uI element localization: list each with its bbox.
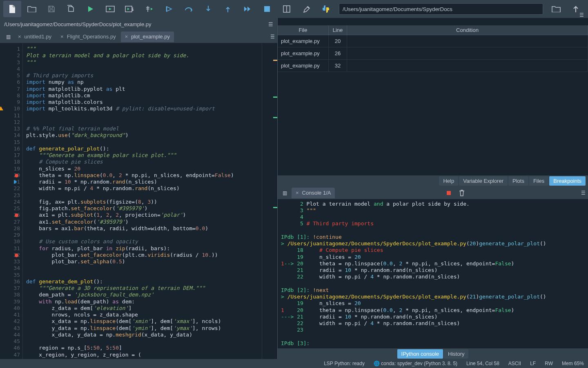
debug-step-over-button[interactable] xyxy=(180,1,198,17)
status-rw[interactable]: RW xyxy=(545,361,553,366)
code-editor[interactable]: 1234567891011121314151617181920212223242… xyxy=(0,43,277,359)
status-bar: LSP Python: ready 🌐 conda: spyder_dev (P… xyxy=(0,359,588,368)
maximize-pane-button[interactable] xyxy=(278,1,296,17)
status-env[interactable]: 🌐 conda: spyder_dev (Python 3. 8. 5) xyxy=(374,361,457,366)
debug-continue-button[interactable] xyxy=(238,1,256,17)
debug-stop-button[interactable] xyxy=(258,1,276,17)
breakpoints-body: plot_example.py20plot_example.py26plot_e… xyxy=(278,35,588,72)
tab-console-1a[interactable]: ×Console 1/A xyxy=(292,188,335,198)
file-switcher-icon[interactable]: ▥ xyxy=(2,34,14,40)
status-cursor[interactable]: Line 54, Col 58 xyxy=(466,361,499,366)
breakpoint-row[interactable]: plot_example.py32 xyxy=(278,60,588,72)
console-options-icon[interactable]: ☰ xyxy=(581,190,586,196)
run-button[interactable] xyxy=(82,1,100,17)
recording-icon xyxy=(447,191,451,195)
editor-file-path: /Users/juanitagomez/Documents/SpyderDocs… xyxy=(4,21,151,27)
editor-minimap[interactable] xyxy=(272,43,277,359)
col-file[interactable]: File xyxy=(278,25,329,35)
open-file-button[interactable] xyxy=(23,1,41,17)
editor-tab-strip: ▥ ×untitled1.py ×Flight_Operations.py ×p… xyxy=(0,30,277,43)
run-cell-button[interactable] xyxy=(101,1,119,17)
debug-step-out-button[interactable] xyxy=(219,1,237,17)
editor-pane: /Users/juanitagomez/Documents/SpyderDocs… xyxy=(0,18,278,359)
breakpoints-pane: ☰ File Line Condition plot_example.py20p… xyxy=(278,18,588,187)
preferences-button[interactable] xyxy=(297,1,315,17)
editor-path-bar: /Users/juanitagomez/Documents/SpyderDocs… xyxy=(0,18,277,30)
save-button[interactable] xyxy=(42,1,60,17)
breakpoint-row[interactable]: plot_example.py20 xyxy=(278,35,588,47)
close-icon[interactable]: × xyxy=(18,34,21,40)
console-tab-strip: ▥ ×Console 1/A ☰ xyxy=(278,187,588,199)
browse-dir-button[interactable] xyxy=(547,1,565,17)
run-selection-button[interactable] xyxy=(140,1,158,17)
status-eol[interactable]: LF xyxy=(530,361,536,366)
tab-untitled1[interactable]: ×untitled1.py xyxy=(14,31,56,42)
col-line[interactable]: Line xyxy=(329,25,347,35)
status-mem[interactable]: Mem 65% xyxy=(562,361,584,366)
tab-variable-explorer[interactable]: Variable Explorer xyxy=(459,176,508,186)
console-bottom-tabs: IPython console History xyxy=(278,348,588,359)
tab-ipython-console[interactable]: IPython console xyxy=(397,349,443,359)
python-path-button[interactable] xyxy=(317,1,335,17)
col-condition[interactable]: Condition xyxy=(347,25,588,35)
debug-step-into-button[interactable] xyxy=(199,1,217,17)
clear-console-button[interactable] xyxy=(459,190,465,196)
tab-plot-example[interactable]: ×plot_example.py xyxy=(121,31,174,42)
console-switcher-icon[interactable]: ▥ xyxy=(280,190,289,196)
tab-breakpoints[interactable]: Breakpoints xyxy=(549,176,586,186)
console-output[interactable]: 2 Plot a terrain model and a polar plot … xyxy=(278,199,588,349)
save-all-button[interactable] xyxy=(62,1,80,17)
close-icon[interactable]: × xyxy=(125,34,128,40)
breakpoints-header: File Line Condition xyxy=(278,25,588,35)
tab-history[interactable]: History xyxy=(444,349,468,359)
editor-gutter[interactable]: 1234567891011121314151617181920212223242… xyxy=(0,43,23,359)
right-pane-tabs: Help Variable Explorer Plots Files Break… xyxy=(278,175,588,187)
close-icon[interactable]: × xyxy=(60,34,64,40)
run-cell-advance-button[interactable] xyxy=(121,1,139,17)
tab-options-icon[interactable]: ☰ xyxy=(270,34,275,40)
svg-rect-2 xyxy=(264,6,270,12)
console-pane: ▥ ×Console 1/A ☰ 2 Plot a terrain model … xyxy=(278,187,588,359)
editor-options-icon[interactable]: ☰ xyxy=(268,21,273,27)
new-file-button[interactable] xyxy=(3,1,21,17)
main-toolbar xyxy=(0,0,588,18)
tab-help[interactable]: Help xyxy=(439,176,458,186)
tab-files[interactable]: Files xyxy=(529,176,548,186)
tab-plots[interactable]: Plots xyxy=(508,176,528,186)
tab-flight-operations[interactable]: ×Flight_Operations.py xyxy=(56,31,120,42)
close-icon[interactable]: × xyxy=(296,190,299,196)
status-lsp[interactable]: LSP Python: ready xyxy=(324,361,365,366)
status-encoding[interactable]: ASCII xyxy=(508,361,521,366)
working-dir-input[interactable] xyxy=(339,3,543,15)
editor-code-area[interactable]: """Plot a terrain model and a polar plot… xyxy=(23,43,272,359)
debug-button[interactable] xyxy=(160,1,178,17)
breakpoint-row[interactable]: plot_example.py26 xyxy=(278,47,588,60)
